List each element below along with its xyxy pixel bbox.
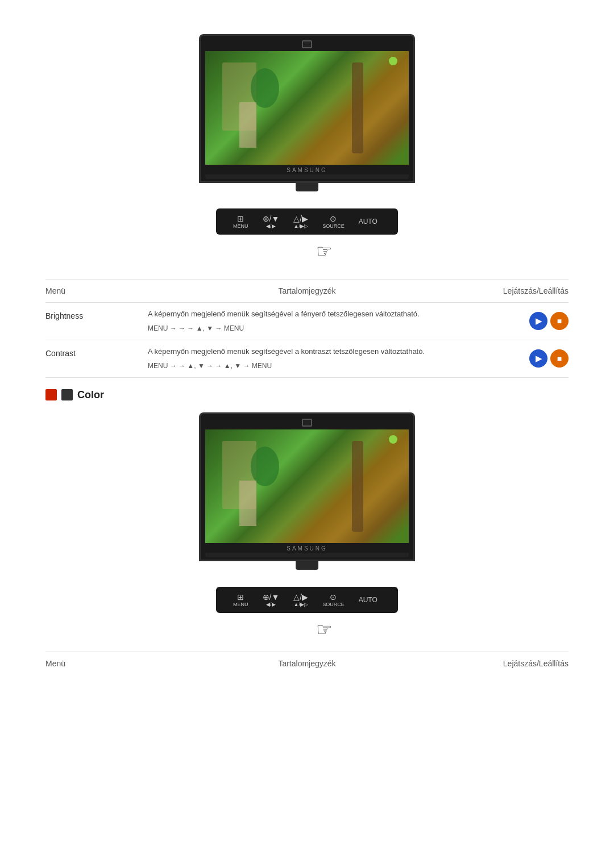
brightness-description: A képernyőn megjelenő menük segítségével… — [148, 310, 420, 318]
nav2-label: ▲/▶▷ — [293, 602, 308, 607]
tree-trunk-decoration-2 — [352, 441, 363, 532]
source2-icon: ⊙ — [322, 592, 345, 602]
panel2-btn-auto[interactable]: AUTO — [359, 596, 377, 604]
panel2-btn-source-toggle[interactable]: ⊕/▼ ◀/▶ — [263, 592, 280, 607]
source-label: SOURCE — [322, 223, 345, 229]
monitor-1-controls — [205, 180, 409, 181]
tree-trunk-decoration — [352, 62, 363, 153]
table-divider-bottom — [45, 377, 569, 378]
brightness-play-btn[interactable]: ▶ — [529, 312, 547, 330]
source-toggle2-label: ◀/▶ — [263, 602, 280, 607]
button-panel-1-section: ⊞ MENU ⊕/▼ ◀/▶ △/▶ ▲/▶▷ ⊙ SOURCE AUTO ☞ — [23, 208, 591, 262]
monitor-2: SAMSUNG — [199, 412, 415, 570]
menu-icon: ⊞ — [233, 214, 248, 223]
monitor-1-body: SAMSUNG — [199, 34, 415, 183]
color-icon-red — [45, 389, 57, 400]
button-panel-1: ⊞ MENU ⊕/▼ ◀/▶ △/▶ ▲/▶▷ ⊙ SOURCE AUTO — [216, 208, 398, 235]
contrast-label: Contrast — [45, 340, 136, 377]
hand-pointer-icon-2: ☞ — [316, 619, 333, 640]
panel-btn-source-toggle[interactable]: ⊕/▼ ◀/▶ — [263, 214, 280, 229]
menu-label: MENU — [233, 223, 248, 229]
footer-col-menu: Menü — [45, 652, 136, 675]
panel-btn-auto[interactable]: AUTO — [359, 218, 377, 226]
monitor-1-section: SAMSUNG — [23, 34, 591, 191]
page: SAMSUNG ⊞ MENU ⊕/▼ ◀/▶ △/▶ ▲/▶▷ ⊙ S — [0, 0, 614, 720]
menu2-icon: ⊞ — [233, 592, 248, 602]
contrast-play-btn[interactable]: ▶ — [529, 349, 547, 368]
color-icon-dark — [61, 389, 73, 400]
nav-icon: △/▶ — [293, 214, 308, 223]
pagoda-decoration — [239, 102, 256, 148]
source-toggle-label: ◀/▶ — [263, 223, 280, 229]
panel-btn-source[interactable]: ⊙ SOURCE — [322, 214, 345, 229]
auto2-label: AUTO — [359, 596, 377, 604]
source2-label: SOURCE — [322, 602, 345, 607]
source-icon: ⊙ — [322, 214, 345, 223]
menu2-label: MENU — [233, 602, 248, 607]
contrast-menu-path: MENU → → ▲, ▼ → → ▲, ▼ → MENU — [148, 361, 466, 372]
contrast-content: A képernyőn megjelenő menük segítségével… — [136, 340, 478, 377]
col-header-action: Lejátszás/Leállítás — [478, 279, 569, 302]
panel-btn-menu[interactable]: ⊞ MENU — [233, 214, 248, 229]
footer-table: Menü Tartalomjegyzék Lejátszás/Leállítás — [45, 652, 569, 675]
color-section-title: Color — [77, 389, 104, 401]
monitor-2-section: SAMSUNG — [23, 412, 591, 570]
brightness-menu-path: MENU → → → ▲, ▼ → MENU — [148, 323, 466, 334]
nav-label: ▲/▶▷ — [293, 223, 308, 229]
contrast-stop-btn[interactable]: ■ — [550, 349, 569, 368]
monitor-1-screen — [205, 51, 409, 165]
monitor-2-body: SAMSUNG — [199, 412, 415, 561]
panel2-btn-source[interactable]: ⊙ SOURCE — [322, 592, 345, 607]
brightness-label: Brightness — [45, 303, 136, 340]
monitor-1: SAMSUNG — [199, 34, 415, 191]
monitor-1-brand: SAMSUNG — [205, 165, 409, 174]
button-panel-2: ⊞ MENU ⊕/▼ ◀/▶ △/▶ ▲/▶▷ ⊙ SOURCE AUTO — [216, 587, 398, 613]
hand-pointer-icon: ☞ — [316, 240, 333, 262]
pagoda-decoration-2 — [239, 481, 256, 526]
main-table: Menü Tartalomjegyzék Lejátszás/Leállítás… — [45, 279, 569, 378]
source-toggle-icon: ⊕/▼ — [263, 214, 280, 223]
brightness-stop-btn[interactable]: ■ — [550, 312, 569, 330]
button-panel-2-section: ⊞ MENU ⊕/▼ ◀/▶ △/▶ ▲/▶▷ ⊙ SOURCE AUTO ☞ — [23, 587, 591, 640]
monitor-2-brand: SAMSUNG — [205, 543, 409, 553]
monitor-2-base — [205, 553, 409, 557]
monitor-1-stand — [296, 183, 318, 191]
auto-label: AUTO — [359, 218, 377, 226]
col-header-content: Tartalomjegyzék — [136, 279, 478, 302]
panel2-btn-nav[interactable]: △/▶ ▲/▶▷ — [293, 592, 308, 607]
nav2-icon: △/▶ — [293, 592, 308, 602]
contrast-description: A képernyőn megjelenő menük segítségével… — [148, 347, 425, 356]
panel2-btn-menu[interactable]: ⊞ MENU — [233, 592, 248, 607]
monitor-2-top-button — [302, 419, 312, 427]
brightness-content: A képernyőn megjelenő menük segítségével… — [136, 303, 478, 340]
contrast-action: ▶ ■ — [478, 340, 569, 377]
monitor-1-top-button — [302, 40, 312, 48]
monitor-2-screen — [205, 429, 409, 543]
source-toggle2-icon: ⊕/▼ — [263, 592, 280, 602]
brightness-action: ▶ ■ — [478, 303, 569, 340]
footer-col-action: Lejátszás/Leállítás — [478, 652, 569, 675]
panel-btn-nav[interactable]: △/▶ ▲/▶▷ — [293, 214, 308, 229]
footer-col-content: Tartalomjegyzék — [136, 652, 478, 675]
col-header-menu: Menü — [45, 279, 136, 302]
color-section-header: Color — [45, 389, 569, 401]
monitor-2-controls — [205, 558, 409, 560]
monitor-1-base — [205, 174, 409, 179]
monitor-2-stand — [296, 561, 318, 570]
